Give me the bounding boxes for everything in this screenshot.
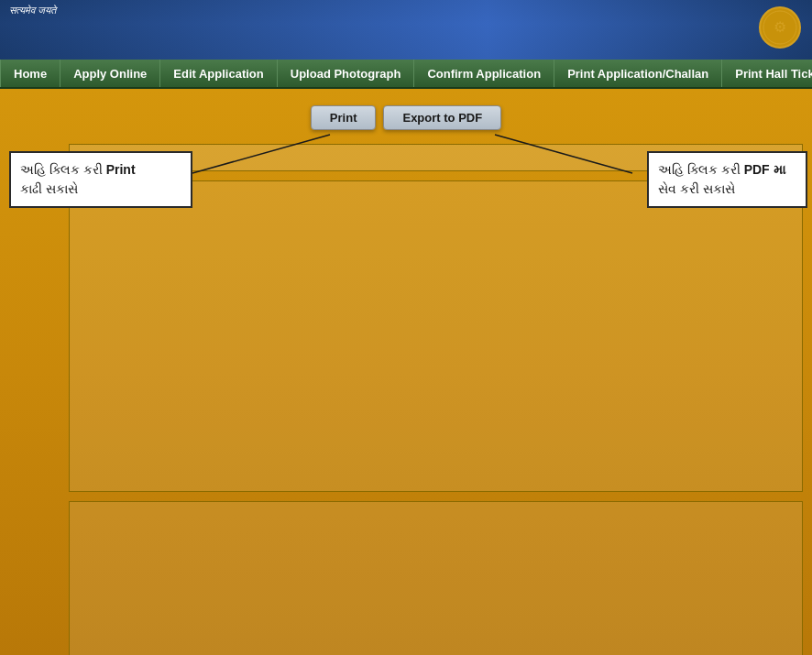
document-bottom-area	[69, 501, 803, 655]
tooltip-print-bold: Print	[106, 162, 136, 177]
tooltip-export-bold: PDF મા	[744, 162, 785, 177]
export-pdf-button[interactable]: Export to PDF	[383, 105, 501, 130]
header-logo: सत्यमेव जयते	[9, 5, 56, 16]
toolbar: Print Export to PDF	[0, 105, 812, 130]
main-content: Print Export to PDF અહિ ક્લિક કરી Print …	[0, 89, 812, 655]
tooltip-print-text-post: કાઢી સકાસે	[20, 181, 78, 196]
tooltip-export-text-pre: અહિ ક્લિક કરી	[658, 162, 744, 177]
tooltip-export: અહિ ક્લિક કરી PDF મા સેવ કરી સકાસે	[647, 151, 807, 208]
svg-text:⚙: ⚙	[774, 19, 786, 35]
nav-apply-online[interactable]: Apply Online	[60, 60, 160, 87]
header-emblem: ⚙	[757, 5, 803, 50]
header: सत्यमेव जयते ⚙	[0, 0, 812, 60]
nav-edit-application[interactable]: Edit Application	[160, 60, 277, 87]
tooltip-export-text-post: સેવ કરી સકાસે	[658, 181, 735, 196]
nav-print-application-challan[interactable]: Print Application/Challan	[554, 60, 722, 87]
tooltip-print: અહિ ક્લિક કરી Print કાઢી સકાસે	[9, 151, 192, 208]
nav-print-hall-ticket[interactable]: Print Hall Ticket	[722, 60, 812, 87]
nav-upload-photograph[interactable]: Upload Photograph	[278, 60, 415, 87]
nav-home[interactable]: Home	[0, 60, 60, 87]
print-button[interactable]: Print	[311, 105, 377, 130]
header-background	[0, 0, 812, 60]
navbar: Home Apply Online Edit Application Uploa…	[0, 60, 812, 89]
nav-confirm-application[interactable]: Confirm Application	[414, 60, 554, 87]
document-content-area	[69, 180, 803, 492]
tooltip-print-text-pre: અહિ ક્લિક કરી	[20, 162, 106, 177]
